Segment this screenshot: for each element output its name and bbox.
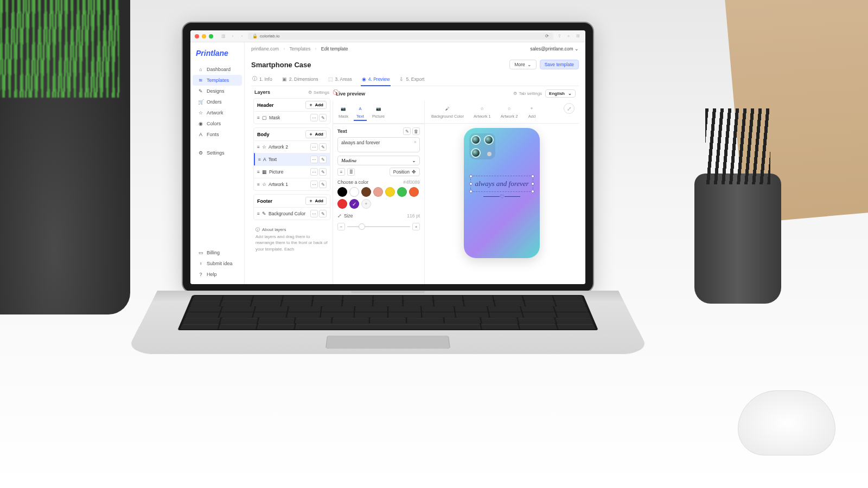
tool-text[interactable]: A Text	[354, 103, 367, 121]
user-email[interactable]: sales@printlane.com ⌄	[530, 46, 579, 52]
layer-more-button[interactable]: ⋯	[310, 114, 318, 121]
tab-info[interactable]: ⓘ1. Info	[251, 74, 273, 86]
text-value-input[interactable]	[337, 137, 420, 152]
sidebar-item-submit-idea[interactable]: ♀ Submit idea	[193, 258, 242, 269]
font-icon: A	[198, 132, 203, 137]
resize-handle[interactable]	[469, 182, 473, 185]
size-slider[interactable]	[347, 226, 410, 227]
window-traffic-lights[interactable]	[195, 34, 213, 38]
add-layer-header-button[interactable]: ＋Add	[305, 101, 327, 109]
pencil-icon: ✎	[198, 88, 203, 94]
tab-dimensions[interactable]: ▣2. Dimensions	[281, 74, 320, 86]
cart-icon: 🛒	[198, 99, 203, 105]
export-icon: ⇩	[399, 76, 404, 82]
layers-settings-link[interactable]: ⚙Settings	[308, 90, 329, 95]
address-bar[interactable]: 🔒 colorlab.io ⟳	[248, 33, 553, 40]
align-center-button[interactable]: ≣	[347, 168, 355, 176]
nav-forward-icon[interactable]: ›	[239, 33, 245, 40]
resize-handle[interactable]	[531, 190, 534, 193]
font-select[interactable]: Madina⌄	[337, 156, 420, 165]
resize-handle[interactable]	[469, 175, 473, 178]
layer-background-color[interactable]: ≡ ✎ Background Color ⋯✎	[254, 207, 330, 220]
drag-handle-icon[interactable]: ≡	[257, 211, 260, 216]
layer-group-header: Header ＋Add ≡ ▢ Mask ⋯	[253, 98, 330, 124]
drag-handle-icon[interactable]: ≡	[257, 115, 260, 120]
layer-mask[interactable]: ≡ ▢ Mask ⋯ ✎	[254, 111, 330, 124]
tool-bgcolor[interactable]: 🖌 Background Color	[429, 103, 466, 121]
swatch-orange[interactable]	[409, 187, 419, 197]
size-increase-button[interactable]: +	[412, 223, 420, 230]
chevron-down-icon: ⌄	[568, 91, 572, 96]
picture-icon: ▦	[262, 169, 267, 175]
add-layer-body-button[interactable]: ＋Add	[305, 130, 327, 138]
eye-icon: ◉	[362, 76, 366, 82]
resize-handle[interactable]	[469, 190, 473, 193]
share-icon[interactable]: ⇪	[556, 33, 563, 40]
lock-icon: 🔒	[252, 34, 258, 38]
swatch-purple[interactable]	[349, 199, 359, 209]
breadcrumb-templates[interactable]: Templates	[289, 46, 310, 52]
phone-preview[interactable]: always and forever	[464, 128, 540, 258]
swatch-add[interactable]	[361, 199, 371, 209]
plus-icon[interactable]: ＋	[565, 33, 572, 40]
layer-artwork-2[interactable]: ≡ ☆ Artwork 2 ⋯✎	[254, 140, 330, 153]
text-bounding-box[interactable]: always and forever	[470, 176, 533, 192]
tabs-icon[interactable]: ⊞	[575, 33, 581, 40]
tool-picture[interactable]: 📷 Picture	[370, 103, 387, 121]
swatch-brown[interactable]	[361, 187, 371, 197]
tab-settings-link[interactable]: ⚙Tab settings	[513, 91, 542, 96]
sidebar-item-dashboard[interactable]: ⌂ Dashboard	[193, 64, 242, 75]
tab-areas[interactable]: ⬚3. Areas	[327, 74, 353, 86]
resize-handle[interactable]	[531, 182, 534, 185]
tool-add[interactable]: ＋ Add	[525, 103, 538, 121]
sidebar-item-help[interactable]: ? Help	[193, 269, 242, 280]
drag-handle-icon[interactable]: ≡	[258, 157, 261, 162]
size-label: Size	[344, 213, 353, 219]
tool-artwork2[interactable]: ☆ Artwork 2	[499, 103, 520, 121]
sidebar-item-settings[interactable]: ⚙ Settings	[193, 147, 242, 158]
save-template-button[interactable]: Save template	[540, 60, 579, 69]
clear-text-icon[interactable]: ×	[414, 139, 417, 145]
drag-handle-icon[interactable]: ≡	[257, 169, 260, 175]
more-button[interactable]: More⌄	[509, 60, 536, 69]
camera-icon: 📷	[374, 104, 383, 113]
breadcrumb-root[interactable]: printlane.com	[251, 46, 279, 52]
size-decrease-button[interactable]: −	[337, 223, 345, 230]
sidebar-item-orders[interactable]: 🛒 Orders	[193, 97, 242, 107]
tab-export[interactable]: ⇩5. Export	[398, 74, 425, 86]
language-select[interactable]: English⌄	[545, 89, 576, 98]
drag-handle-icon[interactable]: ≡	[257, 182, 260, 187]
swatch-white[interactable]	[349, 187, 359, 197]
expand-preview-button[interactable]: ⤢	[564, 103, 575, 114]
sidebar-item-billing[interactable]: ▭ Billing	[193, 247, 242, 258]
text-delete-button[interactable]: 🗑	[412, 127, 420, 135]
align-left-button[interactable]: ≡	[337, 168, 345, 176]
swatch-green[interactable]	[397, 187, 407, 197]
swatch-black[interactable]	[337, 187, 347, 197]
add-layer-footer-button[interactable]: ＋Add	[305, 197, 327, 205]
tool-artwork1[interactable]: ☆ Artwork 1	[471, 103, 493, 121]
sidebar-item-fonts[interactable]: A Fonts	[193, 129, 242, 140]
sidebar-item-designs[interactable]: ✎ Designs	[193, 86, 242, 97]
layer-picture[interactable]: ≡ ▦ Picture ⋯✎	[254, 165, 330, 178]
layer-edit-button[interactable]: ✎	[319, 114, 327, 121]
tool-mask[interactable]: 📷 Mask ⃠	[336, 103, 350, 121]
sidebar-item-templates[interactable]: ≋ Templates	[193, 75, 242, 86]
swatch-yellow[interactable]	[385, 187, 395, 197]
tab-preview[interactable]: ◉4. Preview	[361, 74, 391, 86]
text-edit-button[interactable]: ✎	[403, 127, 411, 135]
sidebar-item-colors[interactable]: ◉ Colors	[193, 118, 242, 129]
sidebar-item-artwork[interactable]: ☆ Artwork	[193, 107, 242, 118]
layer-text[interactable]: ≡ A Text ⋯✎	[254, 153, 330, 165]
sidebar-toggle-icon[interactable]: ▥	[220, 33, 227, 40]
swatch-red[interactable]	[337, 199, 347, 209]
layer-artwork-1[interactable]: ≡ ☆ Artwork 1 ⋯✎	[254, 178, 330, 190]
reload-icon[interactable]: ⟳	[545, 34, 549, 38]
resize-handle[interactable]	[531, 175, 534, 178]
nav-back-icon[interactable]: ‹	[229, 33, 236, 40]
position-button[interactable]: Position ✥	[390, 168, 420, 176]
help-icon: ?	[198, 272, 203, 277]
swatch-pink[interactable]	[373, 187, 383, 197]
drag-handle-icon[interactable]: ≡	[257, 144, 260, 150]
chevron-down-icon: ⌄	[575, 46, 579, 52]
